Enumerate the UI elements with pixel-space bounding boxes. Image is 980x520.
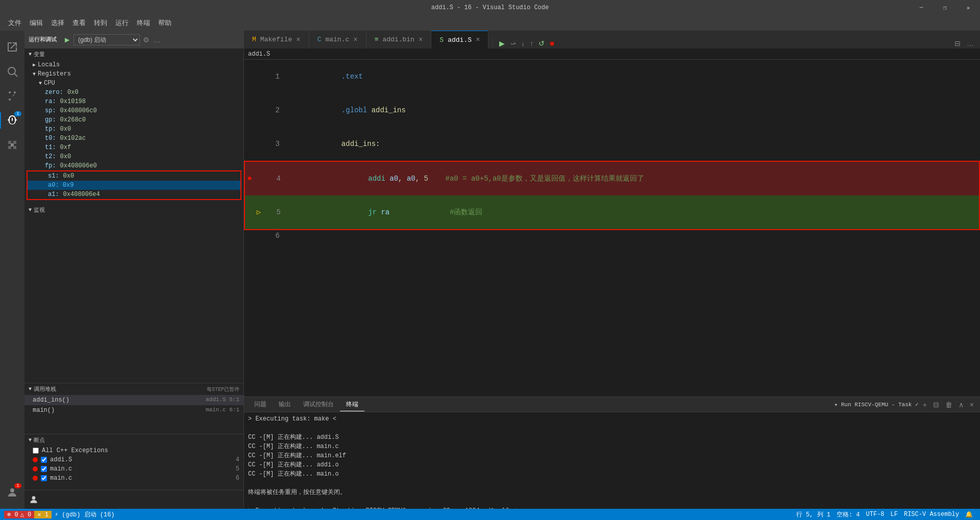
reg-t0[interactable]: t0:0x102ac <box>24 134 243 143</box>
tab-output[interactable]: 输出 <box>273 398 297 411</box>
tab-makefile[interactable]: M Makefile × <box>244 31 309 48</box>
status-language[interactable]: RISC-V Assembly <box>901 511 962 518</box>
tab-debug-console[interactable]: 调试控制台 <box>297 398 340 411</box>
svg-point-2 <box>9 91 11 93</box>
bp-item-0[interactable]: All C++ Exceptions <box>24 446 243 455</box>
registers-item[interactable]: ▼ Registers <box>24 69 243 79</box>
more-actions-btn[interactable]: … <box>965 38 976 48</box>
menu-run[interactable]: 运行 <box>111 16 133 30</box>
window-controls: ─ ❐ ✕ <box>910 0 980 15</box>
terminal-trash-btn[interactable]: 🗑 <box>943 400 954 410</box>
terminal-line-9 <box>248 497 976 506</box>
reg-t2[interactable]: t2:0x0 <box>24 152 243 161</box>
activity-explorer[interactable] <box>0 35 24 59</box>
status-eol[interactable]: LF <box>888 511 901 518</box>
menu-goto[interactable]: 转到 <box>90 16 111 30</box>
tab-addis[interactable]: S addi.S × <box>431 31 488 48</box>
menu-select[interactable]: 选择 <box>47 16 68 30</box>
close-button[interactable]: ✕ <box>957 0 980 15</box>
debug-restart-btn[interactable]: ↺ <box>536 38 547 48</box>
debug-toolbar: 运行和调试 ▶ (gdb) 启动 ⚙ … <box>24 31 243 48</box>
tab-close-addibin[interactable]: × <box>419 36 423 44</box>
status-encoding[interactable]: UTF-8 <box>863 511 888 518</box>
tab-close-makefile[interactable]: × <box>296 36 300 44</box>
restore-button[interactable]: ❐ <box>933 0 957 15</box>
menu-terminal[interactable]: 终端 <box>133 16 154 30</box>
code-line-4: ● 4 addi a0, a0, 5 #a0 = a0+5,a0是参数，又是返回… <box>245 162 979 195</box>
menu-edit[interactable]: 编辑 <box>26 16 47 30</box>
menu-view[interactable]: 查看 <box>68 16 90 30</box>
minimize-button[interactable]: ─ <box>910 0 933 15</box>
reg-t1[interactable]: t1:0xf <box>24 143 243 152</box>
debug-run-button[interactable]: ▶ <box>63 35 71 44</box>
terminal-chevron-up-btn[interactable]: ∧ <box>957 400 966 410</box>
reg-zero[interactable]: zero:0x0 <box>24 88 243 97</box>
terminal-add-btn[interactable]: + <box>921 400 929 410</box>
tab-bar: M Makefile × C main.c × ≡ addi.bin × S a… <box>244 31 980 48</box>
watch-header[interactable]: ▼ 监视 <box>24 204 243 216</box>
menu-help[interactable]: 帮助 <box>154 16 176 30</box>
tab-close-mainc[interactable]: × <box>353 36 357 44</box>
debug-stepout-btn[interactable]: ↑ <box>528 38 535 48</box>
menu-bar: 文件 编辑 选择 查看 转到 运行 终端 帮助 <box>0 15 980 31</box>
breakpoints-header[interactable]: ▼ 断点 <box>24 434 243 446</box>
bottom-panel: 问题 输出 调试控制台 终端 ✦ Run RISCV-QEMU - Task ✓… <box>244 397 980 509</box>
reg-a0[interactable]: a0: 0x9 <box>28 181 240 190</box>
tab-terminal[interactable]: 终端 <box>340 398 364 411</box>
bp-item-mainc2[interactable]: main.c 6 <box>24 474 243 483</box>
cpu-item[interactable]: ▼ CPU <box>24 79 243 88</box>
reg-s1[interactable]: s1:0x0 <box>28 171 240 181</box>
reg-fp[interactable]: fp:0x408006e0 <box>24 161 243 170</box>
tab-problems[interactable]: 问题 <box>248 398 273 411</box>
editor-content[interactable]: 1 .text 2 .globl addi_ins <box>244 60 980 397</box>
variables-header[interactable]: ▼ 变量 <box>24 48 243 60</box>
reg-sp[interactable]: sp:0x408006c0 <box>24 106 243 115</box>
terminal-close-btn[interactable]: × <box>968 400 976 410</box>
split-editor-btn[interactable]: ⊟ <box>952 38 963 48</box>
status-feedback[interactable]: 🔔 <box>962 511 976 518</box>
tab-close-addis[interactable]: × <box>476 36 480 44</box>
debug-actions: ▶ ⤻ ↓ ↑ ↺ ■ <box>493 38 556 48</box>
variables-section: ▼ 变量 ▶ Locals ▼ Registers ▼ CPU zero:0x0… <box>24 48 243 383</box>
terminal-content[interactable]: > Executing task: make < CC -[M] 正在构建...… <box>244 412 980 509</box>
bottom-tab-actions: ✦ Run RISCV-QEMU - Task ✓ + ⊟ 🗑 ∧ × <box>835 400 976 410</box>
menu-file[interactable]: 文件 <box>4 16 26 30</box>
debug-stepover-btn[interactable]: ⤻ <box>508 38 518 48</box>
bp-item-addi[interactable]: addi.S 4 <box>24 455 243 464</box>
reg-ra[interactable]: ra:0x10198 <box>24 97 243 106</box>
debug-stop-btn[interactable]: ■ <box>548 38 556 48</box>
code-line-3: 3 addi_ins: <box>244 127 980 161</box>
debug-continue-btn[interactable]: ▶ <box>497 38 507 48</box>
activity-extensions[interactable] <box>0 133 24 157</box>
reg-a1[interactable]: a1:0x408006e4 <box>28 190 240 199</box>
debug-more-button[interactable]: … <box>153 35 162 45</box>
callstack-item-1[interactable]: main() main.c 6:1 <box>24 405 243 415</box>
debug-settings-button[interactable]: ⚙ <box>142 35 151 45</box>
status-debug-label[interactable]: ⚡ (gdb) 启动 (16) <box>52 510 118 519</box>
activity-debug[interactable]: 1 <box>0 108 24 133</box>
svg-point-0 <box>8 67 15 75</box>
debug-stepinto-btn[interactable]: ↓ <box>519 38 527 48</box>
svg-point-3 <box>14 91 16 93</box>
activity-search[interactable] <box>0 59 24 84</box>
activity-bar: 1 1 <box>0 31 24 509</box>
svg-point-4 <box>9 98 11 101</box>
terminal-split-btn[interactable]: ⊟ <box>931 400 941 410</box>
svg-point-7 <box>32 496 36 500</box>
activity-account[interactable]: 1 <box>0 480 24 505</box>
status-spaces[interactable]: 空格: 4 <box>834 510 863 519</box>
status-debug-info[interactable]: ✕ 1 <box>34 511 52 518</box>
status-errors[interactable]: ⊗ 0 △ 0 <box>4 511 34 518</box>
reg-tp[interactable]: tp:0x0 <box>24 125 243 134</box>
callstack-header[interactable]: ▼ 调用堆栈 每STEP已暂停 <box>24 383 243 395</box>
title-bar: addi.S - 16 - Visual Studio Code ─ ❐ ✕ <box>0 0 980 15</box>
locals-item[interactable]: ▶ Locals <box>24 60 243 69</box>
tab-mainc[interactable]: C main.c × <box>309 31 366 48</box>
activity-git[interactable] <box>0 84 24 108</box>
debug-config-select[interactable]: (gdb) 启动 <box>74 34 140 45</box>
reg-gp[interactable]: gp:0x268c0 <box>24 115 243 125</box>
status-line-col[interactable]: 行 5, 列 1 <box>793 510 834 519</box>
tab-addibin[interactable]: ≡ addi.bin × <box>366 31 432 48</box>
callstack-item-0[interactable]: addi_ins() addi.S 5:1 <box>24 395 243 405</box>
bp-item-mainc1[interactable]: main.c 5 <box>24 464 243 474</box>
